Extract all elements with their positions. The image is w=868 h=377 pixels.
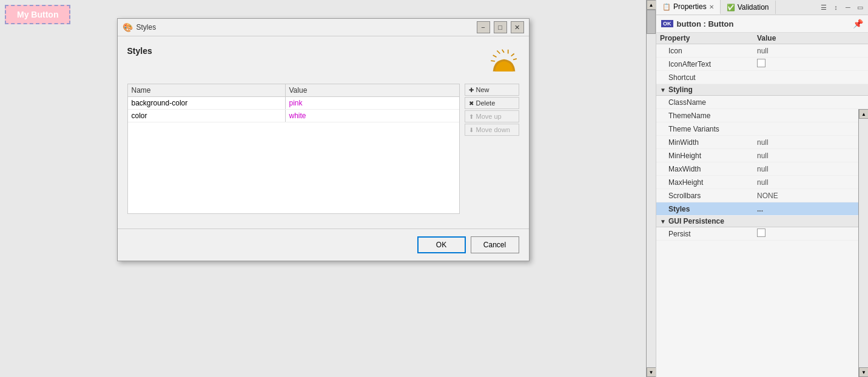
component-title: OK button : Button 📌 (656, 15, 868, 33)
prop-value-shortcut (753, 76, 868, 79)
move-up-button[interactable]: ⬆ Move up (465, 110, 519, 122)
cancel-button[interactable]: Cancel (471, 236, 519, 253)
move-down-label: Move down (476, 126, 510, 133)
move-up-label: Move up (476, 113, 502, 120)
panel-min-btn[interactable]: ─ (843, 2, 853, 13)
cancel-label: Cancel (483, 241, 506, 249)
scroll-up-arrow[interactable]: ▲ (647, 0, 656, 10)
prop-name-minwidth: MinWidth (656, 137, 753, 148)
prop-name-themevariants: Theme Variants (656, 124, 753, 135)
dialog-heading: Styles (127, 46, 152, 56)
minimize-button[interactable]: − (477, 21, 490, 33)
dialog-overlay: 🎨 Styles − □ ✕ Styles (0, 0, 646, 377)
validation-tab-icon: ✅ (727, 4, 735, 12)
prop-name-maxheight: MaxHeight (656, 177, 753, 188)
prop-name-styles: Styles (656, 204, 753, 215)
gui-persistence-label: GUI Persistence (668, 217, 724, 225)
table-row[interactable]: color white (128, 110, 459, 122)
styling-section-header[interactable]: ▼ Styling (656, 84, 868, 96)
properties-tab[interactable]: 📋 Properties ✕ (656, 0, 721, 15)
panel-scroll-down[interactable]: ▼ (859, 367, 868, 377)
svg-line-4 (493, 55, 496, 57)
prop-value-icon: null (753, 45, 868, 56)
prop-row-scrollbars[interactable]: Scrollbars NONE (656, 189, 868, 202)
prop-row-maxheight[interactable]: MaxHeight null (656, 176, 868, 189)
empty-table-space (128, 122, 459, 213)
delete-style-button[interactable]: ✖ Delete (465, 97, 519, 109)
styles-table: Name Value background-color pink color w… (127, 84, 460, 214)
canvas-area: My Button 🎨 Styles − □ ✕ Styles (0, 0, 646, 377)
properties-tab-icon: 📋 (662, 3, 671, 11)
properties-tab-close[interactable]: ✕ (709, 4, 714, 10)
panel-list-btn[interactable]: ☰ (818, 2, 829, 13)
svg-line-2 (511, 54, 514, 56)
prop-value-styles: ... (753, 204, 868, 215)
prop-name-iconaftertext: IconAfterText (656, 59, 753, 70)
table-action-buttons: ✚ New ✖ Delete ⬆ Move up ⬇ (465, 84, 519, 214)
scroll-down-arrow[interactable]: ▼ (647, 367, 656, 377)
panel-sort-btn[interactable]: ↕ (830, 2, 841, 13)
component-icon: OK (661, 20, 673, 27)
dialog-body: Styles (118, 36, 529, 224)
new-style-button[interactable]: ✚ New (465, 84, 519, 96)
scroll-thumb[interactable] (647, 10, 656, 34)
row-name-cell: color (128, 110, 286, 122)
new-label: New (476, 86, 490, 93)
row-value-cell: white (286, 110, 459, 122)
canvas-scrollbar[interactable]: ▲ ▼ (646, 0, 656, 377)
move-down-icon: ⬇ (469, 127, 474, 133)
prop-row-maxwidth[interactable]: MaxWidth null (656, 162, 868, 176)
prop-name-themename: ThemeName (656, 110, 753, 121)
prop-value-persist (753, 227, 868, 240)
maximize-button[interactable]: □ (494, 21, 507, 33)
iconaftertext-checkbox[interactable] (757, 59, 765, 67)
delete-label: Delete (476, 99, 496, 107)
prop-row-minheight[interactable]: MinHeight null (656, 149, 868, 162)
gui-persistence-section-header[interactable]: ▼ GUI Persistence (656, 216, 868, 227)
value-col-header: Value (757, 34, 864, 42)
validation-tab[interactable]: ✅ Validation (721, 1, 776, 14)
prop-name-scrollbars: Scrollbars (656, 190, 753, 201)
pin-icon[interactable]: 📌 (853, 19, 863, 28)
tab-actions: ☰ ↕ ─ ▭ (816, 1, 868, 14)
table-row[interactable]: background-color pink (128, 97, 459, 110)
prop-row-iconaftertext[interactable]: IconAfterText (656, 58, 868, 71)
prop-value-iconaftertext (753, 58, 868, 70)
close-button[interactable]: ✕ (511, 21, 524, 33)
prop-value-scrollbars: NONE (753, 190, 868, 201)
prop-row-styles[interactable]: Styles ... (656, 202, 868, 216)
properties-tab-label: Properties (673, 2, 707, 11)
svg-line-3 (497, 51, 500, 54)
prop-name-shortcut: Shortcut (656, 72, 753, 83)
prop-row-minwidth[interactable]: MinWidth null (656, 136, 868, 149)
prop-value-maxwidth: null (753, 164, 868, 175)
prop-row-classname[interactable]: ClassName (656, 96, 868, 109)
panel-scroll-up[interactable]: ▲ (859, 109, 868, 119)
prop-row-themevariants[interactable]: Theme Variants (656, 122, 868, 136)
dialog-title: Styles (136, 23, 473, 32)
prop-row-persist[interactable]: Persist (656, 227, 868, 241)
sun-logo (489, 46, 519, 76)
styles-table-container: Name Value background-color pink color w… (127, 84, 519, 214)
dialog-icon: 🎨 (123, 22, 133, 32)
styling-label: Styling (668, 85, 693, 94)
dialog-titlebar: 🎨 Styles − □ ✕ (118, 19, 529, 36)
move-down-button[interactable]: ⬇ Move down (465, 124, 519, 136)
panel-scroll-track (859, 119, 868, 367)
svg-line-6 (491, 61, 495, 61)
prop-name-classname: ClassName (656, 97, 753, 108)
svg-line-5 (513, 59, 517, 60)
prop-row-themename[interactable]: ThemeName (656, 109, 868, 122)
gui-persistence-chevron: ▼ (660, 218, 666, 225)
svg-line-0 (502, 50, 503, 53)
panel-max-btn[interactable]: ▭ (855, 2, 866, 13)
move-up-icon: ⬆ (469, 113, 474, 120)
styles-dialog: 🎨 Styles − □ ✕ Styles (117, 18, 530, 261)
ok-button[interactable]: OK (417, 236, 466, 253)
prop-value-themevariants (753, 128, 868, 130)
prop-row-icon[interactable]: Icon null (656, 44, 868, 58)
persist-checkbox[interactable] (757, 229, 765, 237)
prop-value-maxheight: null (753, 177, 868, 188)
row-value-cell: pink (286, 97, 459, 109)
prop-row-shortcut[interactable]: Shortcut (656, 71, 868, 84)
